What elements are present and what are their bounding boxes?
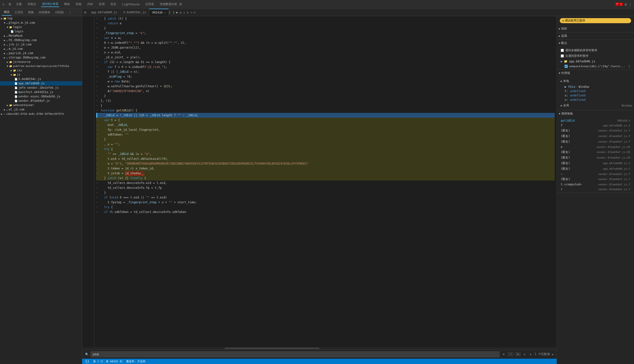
play-icon[interactable]: ▶ [176,10,178,14]
call-stack-item-e[interactable]: e vendor.8faeb9af.js:20 [557,144,634,149]
call-stack-item-anon8[interactable]: (匿名) vendor.8faeb9af.js:7 [557,176,634,182]
pause-caught-checkbox[interactable] [561,54,564,58]
file-tab-app[interactable]: app.b6fadb00.js [88,9,120,16]
horizontal-scrollbar[interactable] [82,347,557,350]
tab-console[interactable]: 控制台 [27,2,37,7]
tree-item-top[interactable]: ▶ 📁 top [0,16,82,20]
code-line: − n = w.eid, [96,50,555,55]
more-icon[interactable]: ⋮ [629,2,632,6]
tree-item-mjd[interactable]: ▶ ☁ m.jd.com [0,47,82,51]
call-stack-item-anon5[interactable]: (匿名) vendor.8faeb9af.js:20 [557,155,634,160]
tree-item-plogin[interactable]: ▼ ☁ plogin.m.jd.com [0,20,82,25]
local-scope-header[interactable]: ▶ 本地 [557,78,634,84]
element-grid-icon[interactable]: ⧉ [9,2,11,6]
call-stack-item-anon7[interactable]: (匿名) app.b6fadb00.js:1 [557,166,634,172]
search-input[interactable] [91,352,499,357]
call-stack-item-f[interactable]: f app.b6fadb00.js:1 [557,123,634,128]
watch-header[interactable]: ▶ 监视 [557,32,634,40]
call-stack-header[interactable]: ▼ 调用堆栈 [557,110,634,117]
tree-item-css[interactable]: ▶ 📁 css [0,68,82,72]
scrollbar-thumb[interactable] [225,348,319,349]
close-search-button[interactable]: ✕ [552,352,554,356]
step-into-icon[interactable]: ↕ [187,10,189,14]
breakpoint-icon: ▶ [561,60,562,63]
format-icon[interactable]: { } [169,10,175,14]
tab-lighthouse[interactable]: Lighthouse [121,2,141,6]
sidebar-toggle-icon[interactable]: ⊟ [84,10,86,14]
regex-button[interactable]: (.*) [508,352,513,356]
threads-header[interactable]: ▶ 线程 [557,25,634,32]
tab-content-scripts[interactable]: 内容脚本 [37,10,52,16]
tab-application[interactable]: 应用 [98,2,106,7]
devtools-icon[interactable]: ⊹ [2,2,5,6]
tree-item-manifest[interactable]: 📄 manifest.e643d21a.js [0,90,82,94]
tree-item-app-file[interactable]: 📄 app.b6fadb00.js [0,81,82,86]
pause-on-caught[interactable]: 在遇到异常时暂停 [557,53,634,59]
call-stack-item-anon6[interactable]: (匿名) app.b6fadb00.js:1 [557,160,634,166]
call-stack-item-getjdeid[interactable]: getJdEid VM2438:1 [557,118,634,123]
status-bar: {} 第 1 行，第 60242 列 覆盖率: 不适用 [82,359,557,364]
tree-item-h5360[interactable]: ▶ ☁ h5.360buyimg.com [0,38,82,42]
file-tab-56e[interactable]: 5.6e90334c.js [120,9,149,16]
tab-elements[interactable]: 元素 [15,2,23,7]
pause-uncaught-checkbox[interactable] [561,49,564,52]
tree-item-login-file[interactable]: 📄 login [0,29,82,34]
tab-performance[interactable]: 性能 [75,2,83,7]
scope-header[interactable]: ▼ 作用域 [557,70,634,76]
tree-item-pubfree[interactable]: ▼ 📁 pubfree-bucket/mplogin/prod/ffdfe5a [0,64,82,68]
next-match-button[interactable]: ∨ [528,352,533,356]
tab-security[interactable]: 安全 [110,2,117,7]
file-tab-close-icon[interactable]: ✕ [164,11,165,14]
step-out-icon[interactable]: ⇒ [190,10,192,14]
deactivate-icon[interactable]: ↩ [194,10,196,14]
tree-item-login-folder[interactable]: ▼ 📁 login [0,25,82,29]
tree-label-plogin: plogin.m.jd.com [9,21,35,24]
file-tab-vm2438[interactable]: VM2438 ✕ [149,9,169,16]
tab-webpage[interactable]: 网页 [2,9,12,16]
tab-recorder[interactable]: 记录器 [144,2,155,7]
code-editor[interactable]: − } catch (t) { − return e − } − _finger… [82,16,557,350]
tab-sources[interactable]: 源代码/来源 [41,2,59,7]
tree-item-cb6ec[interactable]: ▶ ✦ cb6ec682-0f58-4e8c-8780-5079bc94797d [0,112,82,116]
breakpoint-line[interactable]: webpackJsonp([66],{"/I9g":functi... 1 [557,64,634,68]
tree-label-h5360: h5.360buyimg.com [9,38,37,42]
tree-item-jrb[interactable]: ▶ ☁ jrb.jr.jd.com [0,42,82,47]
more-tabs-icon[interactable]: ⋮ [67,10,74,15]
tree-item-metamask[interactable]: ▶ ☁ MetaMask [0,34,82,38]
tree-item-wljd[interactable]: ▶ ☁ wl.jd.com [0,107,82,112]
tree-item-payrisk[interactable]: ▶ ☁ payrisk.jd.com [0,51,82,55]
tree-item-webcontainer[interactable]: ▶ 📁 webcontainer [0,103,82,107]
tab-workspace[interactable]: 工作区 [13,10,25,16]
tree-item-storage360[interactable]: ▶ ☁ storage.360buyimg.com [0,55,82,60]
tab-overrides[interactable]: 替换 [26,10,36,16]
pause-on-uncaught[interactable]: 遇到未捕获的异常时暂停 [557,48,634,53]
call-stack-item-anon2[interactable]: (匿名) vendor.8faeb9af.js:7 [557,134,634,139]
call-stack-item-r[interactable]: r vendor.8faeb9af.js:7 [557,187,634,192]
tab-memory[interactable]: 内存 [86,2,94,7]
call-stack-f-loc: app.b6fadb00.js:1 [603,124,630,127]
call-stack-item-computed[interactable]: t.<computed> vendor.8faeb9af.js:7 [557,182,634,187]
refresh-icon[interactable]: ↻ [180,10,182,14]
threads-title: 线程 [561,26,567,31]
tree-item-56e-file[interactable]: 📄 5.6e90334c.js [0,77,82,81]
call-stack-item-anon4[interactable]: (匿名) vendor.8faeb9af.js:20 [557,149,634,155]
tree-item-vendor[interactable]: 📄 vendor.8faeb9af.js [0,98,82,103]
step-over-icon[interactable]: ↓ [183,10,185,14]
prev-match-button[interactable]: ∧ [522,352,527,356]
clear-search-button[interactable]: ✕ [501,352,506,356]
tab-perf-insights[interactable]: 性能数据分析 及 [159,2,183,7]
breakpoints-header[interactable]: ▼ 断点 [557,40,634,47]
call-stack-item-anon3[interactable]: (匿名) vendor.8faeb9af.js:7 [557,139,634,144]
call-stack-item-dash[interactable]: − vendor.8faeb9af.js:7 [557,172,634,176]
case-sensitive-button[interactable]: Aa [515,352,521,356]
tree-item-jsresource[interactable]: ▶ 📁 jsresource [0,60,82,64]
call-stack-item-anon1[interactable]: (匿名) vendor.8faeb9af.js:7 [557,128,634,134]
tree-item-jmfe[interactable]: 📄 jmfe-vendor.18e1efeb.js [0,86,82,90]
tab-snippets[interactable]: 代码段 [53,10,66,16]
tree-item-js[interactable]: ▼ 📁 js [0,72,82,77]
settings-icon[interactable]: ⚙ [625,2,627,6]
breakpoint-checkbox[interactable] [565,65,568,68]
global-scope-header[interactable]: ▶ 全局 Window [557,102,634,109]
tree-item-vendor-async[interactable]: 📄 vendor-async.9b8ada56.js [0,94,82,98]
tab-network[interactable]: 网络 [63,2,71,7]
